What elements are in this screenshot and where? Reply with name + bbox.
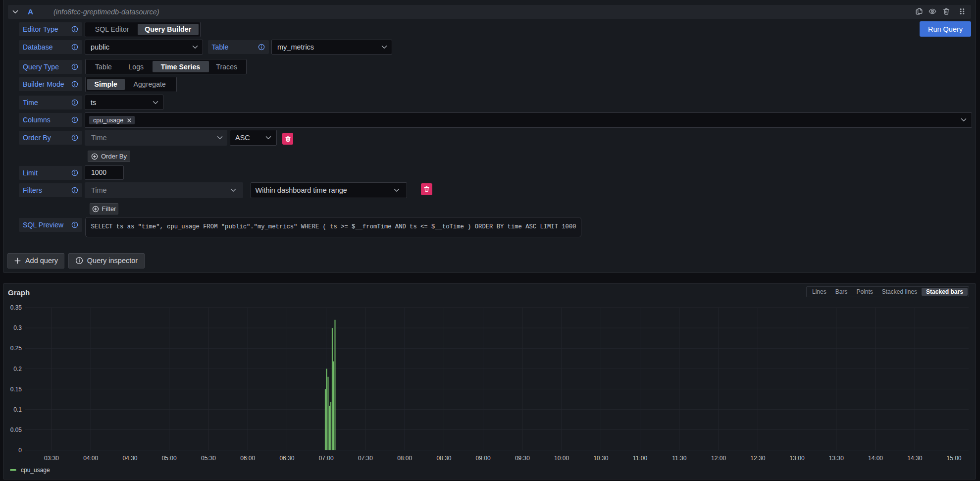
svg-text:08:30: 08:30 [436, 455, 451, 462]
svg-text:09:00: 09:00 [476, 455, 491, 462]
svg-text:09:30: 09:30 [515, 455, 530, 462]
svg-text:13:00: 13:00 [790, 455, 805, 462]
svg-text:0.2: 0.2 [13, 366, 22, 373]
svg-text:03:30: 03:30 [44, 455, 59, 462]
svg-text:06:00: 06:00 [240, 455, 255, 462]
svg-text:0.15: 0.15 [10, 386, 22, 393]
svg-text:0.1: 0.1 [13, 406, 22, 413]
svg-text:12:30: 12:30 [750, 455, 765, 462]
svg-text:12:00: 12:00 [711, 455, 726, 462]
svg-text:05:30: 05:30 [201, 455, 216, 462]
svg-text:15:00: 15:00 [946, 455, 961, 462]
svg-text:0: 0 [18, 447, 22, 454]
svg-text:10:00: 10:00 [554, 455, 569, 462]
svg-text:11:30: 11:30 [672, 455, 686, 462]
svg-text:14:00: 14:00 [868, 455, 883, 462]
svg-text:04:00: 04:00 [83, 455, 98, 462]
svg-text:13:30: 13:30 [829, 455, 844, 462]
svg-text:04:30: 04:30 [122, 455, 137, 462]
svg-text:05:00: 05:00 [162, 455, 177, 462]
svg-text:11:00: 11:00 [633, 455, 647, 462]
svg-text:0.05: 0.05 [10, 427, 22, 433]
svg-text:cpu_usage: cpu_usage [21, 467, 50, 474]
svg-text:0.25: 0.25 [10, 345, 22, 352]
svg-text:08:00: 08:00 [397, 455, 412, 462]
svg-text:0.35: 0.35 [10, 304, 22, 311]
svg-text:10:30: 10:30 [593, 455, 608, 462]
svg-text:0.3: 0.3 [13, 324, 22, 331]
svg-text:07:30: 07:30 [358, 455, 373, 462]
svg-text:07:00: 07:00 [319, 455, 334, 462]
svg-text:14:30: 14:30 [907, 455, 922, 462]
svg-text:06:30: 06:30 [279, 455, 294, 462]
